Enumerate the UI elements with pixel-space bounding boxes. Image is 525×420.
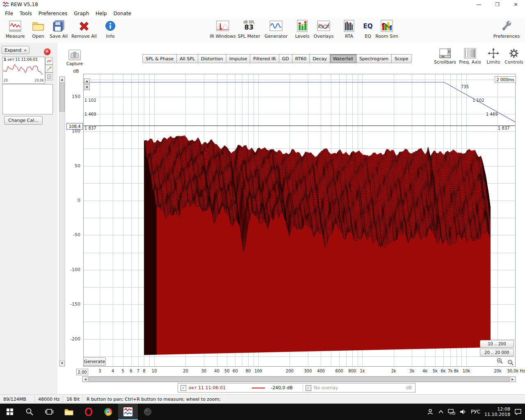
levels-button[interactable]: Levels [290, 18, 314, 42]
close-button[interactable]: ✕ [507, 0, 525, 9]
time-range-box[interactable]: 2 000ms [495, 76, 516, 83]
opera-icon[interactable] [79, 404, 98, 420]
network-icon[interactable] [448, 409, 455, 415]
freq-tick-label: 10k [463, 369, 470, 373]
horizontal-scroll-thumb[interactable] [89, 377, 509, 382]
measurement-trend-tool-icon[interactable] [45, 65, 53, 73]
status-bar: 89/124MB 48000 Hz 16 Bit R button to pan… [0, 394, 525, 404]
expand-panel-button[interactable]: Expand » [2, 46, 30, 54]
measurement-notes-tool-icon[interactable] [45, 73, 53, 80]
remove-measurement-icon[interactable]: ✕ [44, 48, 50, 55]
spl-meter-button[interactable]: dB SPL83SPL Meter [237, 18, 261, 42]
scrollbars-button[interactable]: Scrollbars [434, 48, 456, 68]
search-icon[interactable] [20, 404, 39, 420]
spl-meter-icon: dB SPL83 [243, 18, 254, 33]
change-cal-button[interactable]: Change Cal... [4, 116, 43, 125]
chrome-icon[interactable] [98, 404, 118, 420]
tab-rt60[interactable]: RT60 [292, 54, 310, 63]
tab-all-spl[interactable]: All SPL [177, 54, 198, 63]
people-icon[interactable] [427, 408, 434, 415]
room-sim-button[interactable]: Room Sim [375, 18, 399, 42]
graph-horizontal-scrollbar[interactable]: ◀ ▶ [82, 376, 516, 382]
scroll-up-icon[interactable]: ▲ [59, 77, 65, 82]
controls-button[interactable]: Controls [503, 48, 525, 68]
tool-label: Limits [487, 59, 500, 65]
freq-tick-label: 400 [317, 369, 325, 373]
ir-windows-button[interactable]: IR Windows [211, 18, 235, 42]
clock[interactable]: 12:08 11.10.2018 [484, 406, 510, 417]
remove-all-button[interactable]: Remove All [72, 18, 96, 42]
measure-icon [9, 18, 22, 33]
tab-decay[interactable]: Decay [310, 54, 330, 63]
freq-tick-label: 6 [130, 369, 132, 373]
preferences-button[interactable]: Preferences [495, 18, 518, 42]
tab-spectrogram[interactable]: Spectrogram [356, 54, 392, 63]
graph-top-spinner-down-icon[interactable]: ▼ [84, 84, 90, 90]
info-button[interactable]: Info [98, 18, 122, 42]
scrollbars-icon [439, 48, 451, 59]
measurement-graph-tool-icon[interactable] [45, 57, 53, 65]
measurement-thumbnail[interactable]: 1 окт 11 11:06:01 20 20,0k [2, 57, 45, 84]
measurements-panel: Expand » ✕ 1 окт 11 11:06:01 20 20,0k Ch… [0, 43, 57, 394]
scroll-left-icon[interactable]: ◀ [82, 377, 88, 382]
time-tick-label: 1 469 [84, 112, 96, 116]
start-button[interactable] [0, 404, 20, 420]
tab-waterfall[interactable]: Waterfall [330, 54, 356, 63]
save-all-button[interactable]: Save All [47, 18, 71, 42]
action-center-icon[interactable] [514, 409, 522, 415]
x-axis-min-box[interactable]: 2,00 [76, 369, 88, 375]
freq-axis-icon [464, 48, 476, 59]
tab-scope[interactable]: Scope [392, 54, 412, 63]
save-all-icon [52, 18, 65, 33]
chevron-right-icon: » [24, 48, 27, 53]
rew-taskbar-button[interactable] [118, 404, 138, 420]
range-20-20000-button[interactable]: 20 .. 20 000 [480, 349, 514, 356]
zoom-out-icon[interactable] [507, 359, 514, 366]
waterfall-chart-canvas[interactable] [83, 74, 516, 367]
menu-graph[interactable]: Graph [71, 10, 92, 17]
limits-button[interactable]: Limits [482, 48, 504, 68]
tab-impulse[interactable]: Impulse [226, 54, 250, 63]
language-indicator[interactable]: РУС [471, 409, 480, 415]
scroll-right-icon[interactable]: ▶ [510, 377, 516, 382]
capture-button[interactable] [68, 50, 81, 60]
mini-xmax: 20,0k [35, 79, 44, 82]
file-explorer-icon[interactable] [59, 404, 79, 420]
measurement-checkbox[interactable]: ✓ [180, 385, 186, 391]
toolbar-label: Measure [6, 34, 25, 39]
zoom-in-icon[interactable] [497, 358, 503, 364]
tab-spl-phase[interactable]: SPL & Phase [142, 54, 177, 63]
volume-icon[interactable] [459, 409, 467, 415]
task-view-icon[interactable] [39, 404, 59, 420]
time-tick-label: 1 469 [486, 112, 498, 116]
freq-axis-button[interactable]: Freq. Axis [459, 48, 481, 68]
restore-button[interactable]: ❐ [488, 0, 507, 9]
menu-donate[interactable]: Donate [110, 10, 135, 17]
measurement-notes-box[interactable] [2, 84, 53, 114]
tab-filtered-ir[interactable]: Filtered IR [250, 54, 279, 63]
menu-file[interactable]: File [2, 10, 16, 17]
tab-gd[interactable]: GD [279, 54, 292, 63]
graph-top-spinner-up-icon[interactable]: ▲ [84, 78, 90, 84]
minimize-button[interactable]: — [470, 0, 488, 9]
measure-button[interactable]: Measure [3, 18, 27, 42]
toolbar-label: IR Windows [210, 34, 236, 39]
freq-tick-label: 300 [304, 369, 312, 373]
generate-button[interactable]: Generate [83, 357, 106, 366]
panel-vertical-scrollbar[interactable]: ▲ ▼ [59, 76, 65, 367]
freq-tick-label: 7k [448, 369, 453, 373]
overlays-button[interactable]: Overlays [312, 18, 336, 42]
tab-distortion[interactable]: Distortion [198, 54, 226, 63]
no-overlay-checkbox[interactable]: ✓ [306, 385, 311, 391]
range-10-200-button[interactable]: 10 .. 200 [480, 340, 514, 348]
menu-help[interactable]: Help [92, 10, 110, 17]
menu-preferences[interactable]: Preferences [35, 10, 71, 17]
scroll-down-icon[interactable]: ▼ [59, 361, 65, 366]
measurement-mini-graph [3, 62, 43, 78]
generator-button[interactable]: Generator [264, 18, 288, 42]
dark-app-icon[interactable] [138, 404, 158, 420]
menu-tools[interactable]: Tools [16, 10, 35, 17]
info-icon [104, 18, 117, 33]
tool-label: Controls [504, 59, 523, 65]
hidden-icons-chevron-icon[interactable] [438, 410, 444, 414]
